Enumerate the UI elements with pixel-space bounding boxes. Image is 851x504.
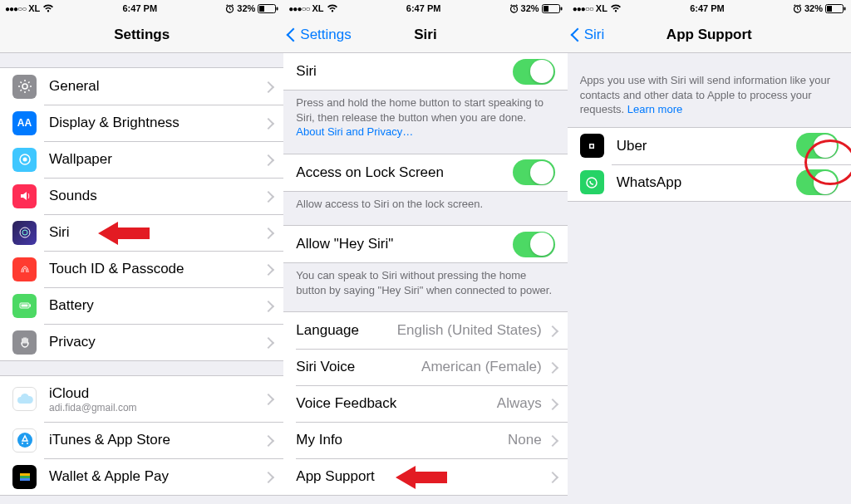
- alarm-icon: [509, 4, 519, 13]
- row-wallet[interactable]: Wallet & Apple Pay: [0, 458, 283, 495]
- row-label: Battery: [49, 297, 264, 314]
- chevron-right-icon: [264, 118, 271, 129]
- app-support-list: Uber WhatsApp: [568, 127, 851, 202]
- footer-text: Press and hold the home button to start …: [283, 91, 567, 139]
- row-uber[interactable]: Uber: [568, 128, 851, 164]
- chevron-right-icon: [548, 325, 555, 336]
- svg-rect-16: [20, 478, 30, 481]
- settings-list-a: General AA Display & Brightness Wallpape…: [0, 67, 283, 361]
- row-my-info[interactable]: My Info None: [283, 422, 567, 458]
- toggle-switch[interactable]: [796, 169, 839, 195]
- wifi-icon: [42, 4, 54, 12]
- back-button[interactable]: Settings: [288, 27, 351, 43]
- clock-label: 6:47 PM: [690, 3, 725, 13]
- row-label: Allow "Hey Siri": [296, 236, 512, 252]
- back-button[interactable]: Siri: [573, 27, 605, 43]
- chevron-right-icon: [264, 472, 271, 482]
- status-bar: ●●●○○ XL 6:47 PM 32%: [0, 0, 283, 17]
- uber-icon: [580, 134, 604, 158]
- chevron-right-icon: [264, 154, 271, 165]
- row-label: My Info: [296, 432, 508, 448]
- row-lockscreen-toggle[interactable]: Access on Lock Screen: [283, 154, 567, 191]
- carrier-label: XL: [28, 3, 40, 13]
- svg-rect-19: [544, 6, 548, 12]
- row-whatsapp[interactable]: WhatsApp: [568, 164, 851, 201]
- row-touchid[interactable]: Touch ID & Passcode: [0, 251, 283, 287]
- row-label: Touch ID & Passcode: [49, 261, 264, 277]
- row-label: Siri Voice: [296, 359, 421, 375]
- svg-point-4: [22, 84, 27, 89]
- annotation-arrow-icon: [98, 220, 150, 247]
- row-privacy[interactable]: Privacy: [0, 324, 283, 360]
- battery-pct-label: 32%: [804, 3, 823, 13]
- status-bar: ●●●○○ XL 6:47 PM 32%: [568, 0, 851, 17]
- chevron-right-icon: [548, 435, 555, 446]
- siri-icon: [12, 221, 37, 245]
- row-siri-voice[interactable]: Siri Voice American (Female): [283, 349, 567, 385]
- row-sublabel: adi.fida@gmail.com: [49, 402, 137, 413]
- row-value: American (Female): [421, 359, 542, 375]
- row-heysiri-toggle[interactable]: Allow "Hey Siri": [283, 226, 567, 262]
- svg-rect-12: [21, 305, 27, 307]
- signal-dots-icon: ●●●○○: [5, 4, 26, 13]
- row-label: Uber: [617, 138, 796, 154]
- display-icon: AA: [12, 111, 37, 135]
- learn-more-link[interactable]: Learn more: [627, 103, 682, 115]
- wallet-icon: [12, 465, 37, 489]
- svg-rect-11: [29, 305, 31, 307]
- icloud-icon: [12, 387, 37, 411]
- wallpaper-icon: [12, 148, 37, 172]
- back-label: Siri: [584, 27, 605, 43]
- svg-rect-2: [259, 6, 264, 12]
- back-label: Settings: [300, 27, 351, 43]
- toggle-switch[interactable]: [513, 159, 555, 185]
- toggle-switch[interactable]: [796, 133, 839, 159]
- row-label: Wallet & Apple Pay: [49, 468, 264, 485]
- battery-icon: [542, 4, 563, 13]
- appstore-icon: [12, 428, 37, 453]
- carrier-label: XL: [312, 3, 324, 13]
- screen-siri: ●●●○○ XL 6:47 PM 32% Settings Siri Siri …: [283, 0, 567, 504]
- row-value: English (United States): [397, 322, 542, 339]
- row-label: iCloud: [49, 385, 137, 402]
- signal-dots-icon: ●●●○○: [573, 4, 593, 13]
- row-label: Privacy: [49, 334, 264, 350]
- gear-icon: [12, 75, 37, 99]
- svg-rect-15: [20, 476, 30, 478]
- row-icloud[interactable]: iCloud adi.fida@gmail.com: [0, 376, 283, 422]
- siri-detail-list: Language English (United States) Siri Vo…: [283, 311, 567, 496]
- row-general[interactable]: General: [0, 68, 283, 105]
- chevron-right-icon: [264, 81, 271, 92]
- row-language[interactable]: Language English (United States): [283, 312, 567, 349]
- battery-settings-icon: [12, 294, 37, 318]
- row-label: Sounds: [49, 188, 264, 204]
- alarm-icon: [793, 4, 802, 13]
- row-siri-toggle[interactable]: Siri: [283, 53, 567, 90]
- wifi-icon: [327, 4, 338, 12]
- row-siri[interactable]: Siri: [0, 214, 283, 251]
- footer-text: You can speak to Siri without pressing t…: [283, 263, 567, 297]
- chevron-right-icon: [264, 228, 271, 238]
- row-wallpaper[interactable]: Wallpaper: [0, 141, 283, 178]
- row-display[interactable]: AA Display & Brightness: [0, 105, 283, 141]
- row-label: Access on Lock Screen: [296, 164, 512, 181]
- toggle-switch[interactable]: [513, 59, 555, 85]
- row-voice-feedback[interactable]: Voice Feedback Always: [283, 385, 567, 422]
- chevron-left-icon: [288, 27, 298, 43]
- settings-list-b: iCloud adi.fida@gmail.com iTunes & App S…: [0, 375, 283, 496]
- svg-marker-9: [98, 222, 150, 245]
- page-title: Siri: [414, 27, 436, 43]
- chevron-right-icon: [548, 362, 555, 373]
- svg-rect-3: [277, 7, 278, 10]
- about-siri-link[interactable]: About Siri and Privacy…: [296, 125, 413, 138]
- row-label: General: [49, 78, 264, 95]
- svg-point-7: [20, 228, 30, 237]
- chevron-right-icon: [264, 191, 271, 202]
- row-label: Siri: [49, 224, 264, 241]
- row-itunes[interactable]: iTunes & App Store: [0, 422, 283, 458]
- toggle-switch[interactable]: [513, 232, 555, 257]
- battery-pct-label: 32%: [237, 3, 255, 13]
- row-app-support[interactable]: App Support: [283, 458, 567, 495]
- row-battery[interactable]: Battery: [0, 287, 283, 324]
- row-sounds[interactable]: Sounds: [0, 178, 283, 214]
